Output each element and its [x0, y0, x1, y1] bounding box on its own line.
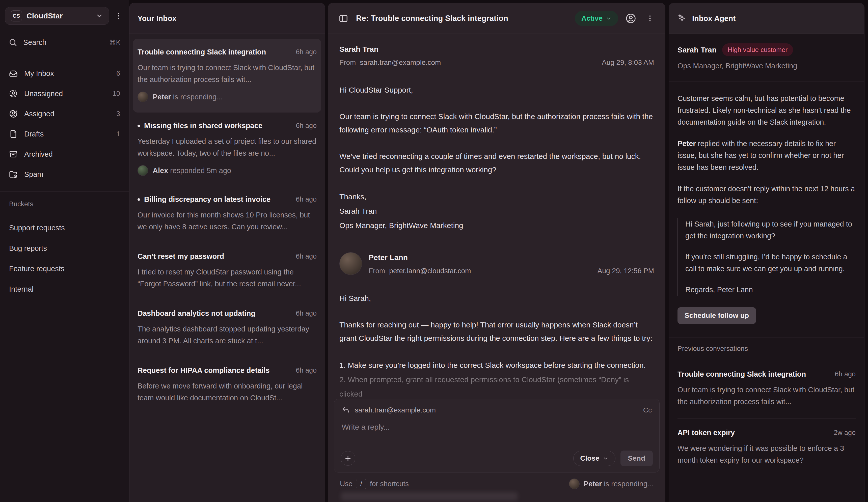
agent-analysis: Customer seems calm, but has potential t…: [669, 82, 864, 324]
unread-count: 3: [116, 110, 120, 118]
bucket-support-requests[interactable]: Support requests: [9, 218, 120, 238]
spam-folder-icon: [9, 170, 18, 179]
avatar-alex: [137, 165, 148, 176]
inbox-icon: [9, 69, 18, 78]
archive-box-icon: [9, 150, 18, 158]
bucket-internal[interactable]: Internal: [9, 279, 120, 300]
attach-plus-button[interactable]: [341, 451, 355, 466]
reply-composer: sarah.tran@example.com Cc Write a reply.…: [334, 399, 660, 472]
avatar-peter: [137, 92, 148, 102]
reply-to-address: sarah.tran@example.com: [355, 406, 638, 414]
list-item[interactable]: Missing files in shared workspace 6h ago…: [133, 113, 321, 186]
typing-indicator: Peter is responding...: [569, 479, 653, 489]
chevron-down-icon: [602, 455, 609, 461]
list-item[interactable]: Trouble connecting Slack integration 6h …: [133, 39, 321, 112]
inbox-title: Your Inbox: [137, 14, 176, 23]
customer-summary: Sarah Tran High value customer Ops Manag…: [669, 34, 864, 82]
workspace-logo: CS: [11, 10, 22, 21]
close-dropdown-button[interactable]: Close: [573, 451, 615, 466]
slash-keycap: /: [356, 479, 366, 489]
sidebar-kebab-icon[interactable]: [113, 10, 124, 21]
sidebar-item-archived[interactable]: Archived: [4, 144, 125, 164]
buckets-section: Buckets Support requests Bug reports Fea…: [0, 192, 129, 300]
chevron-down-icon: [96, 12, 103, 20]
email-message: Peter Lann From peter.lann@cloudstar.com…: [339, 252, 654, 401]
avatar-peter: [569, 479, 580, 489]
sidebar: CS CloudStar Search ⌘K My I: [0, 0, 129, 502]
thread-panel: Re: Trouble connecting Slack integration…: [328, 3, 665, 502]
inbox-agent-panel: Inbox Agent Sarah Tran High value custom…: [669, 3, 865, 502]
suggested-followup: Hi Sarah, just following up to see if yo…: [678, 218, 856, 296]
assignee-user-icon[interactable]: [624, 12, 637, 25]
thread-scroll-area[interactable]: Sarah Tran From sarah.tran@example.com A…: [328, 34, 665, 502]
previous-conversations-section: Previous conversations Trouble connectin…: [669, 337, 864, 477]
sender-name: Sarah Tran: [339, 45, 654, 53]
high-value-badge: High value customer: [722, 43, 793, 56]
list-divider: [136, 414, 318, 414]
thread-subject: Re: Trouble connecting Slack integration: [356, 14, 569, 23]
list-item[interactable]: Billing discrepancy on latest invoice 6h…: [133, 186, 321, 243]
thread-kebab-icon[interactable]: [643, 12, 657, 25]
sidebar-item-drafts[interactable]: Drafts 1: [4, 124, 125, 144]
thread-header: Re: Trouble connecting Slack integration…: [328, 3, 665, 34]
sidebar-item-assigned[interactable]: Assigned 3: [4, 104, 125, 124]
previous-conversation[interactable]: Trouble connecting Slack integration 6h …: [669, 360, 864, 418]
sidebar-item-unassigned[interactable]: Unassigned 10: [4, 84, 125, 104]
list-item[interactable]: Dashboard analytics not updating 6h ago …: [133, 300, 321, 357]
unassigned-user-icon: [9, 89, 18, 98]
email-message: Sarah Tran From sarah.tran@example.com A…: [339, 45, 654, 233]
customer-role: Ops Manager, BrightWave Marketing: [678, 62, 856, 70]
send-button[interactable]: Send: [620, 451, 653, 466]
unread-dot: [137, 198, 140, 201]
previous-conversation[interactable]: API token expiry 2w ago We were wonderin…: [669, 418, 864, 477]
cc-button[interactable]: Cc: [643, 406, 652, 414]
previous-conversations-heading: Previous conversations: [669, 338, 864, 360]
sidebar-item-spam[interactable]: Spam: [4, 164, 125, 185]
workspace-name: CloudStar: [27, 12, 91, 20]
sender-name: Peter Lann: [369, 253, 654, 262]
sidebar-nav: My Inbox 6 Unassigned 10 Assigned 3: [0, 57, 129, 185]
chevron-down-icon: [606, 15, 612, 21]
agent-title: Inbox Agent: [692, 14, 735, 23]
conversation-list: Trouble connecting Slack integration 6h …: [130, 34, 325, 414]
bucket-feature-requests[interactable]: Feature requests: [9, 259, 120, 279]
draft-file-icon: [9, 130, 18, 138]
list-item[interactable]: Request for HIPAA compliance details 6h …: [133, 357, 321, 414]
blurred-scrolled-text: [341, 492, 517, 501]
customer-name: Sarah Tran: [678, 46, 716, 54]
sidebar-item-my-inbox[interactable]: My Inbox 6: [4, 63, 125, 84]
search-label: Search: [23, 38, 103, 47]
inbox-list-panel: Your Inbox Trouble connecting Slack inte…: [129, 3, 325, 502]
unread-dot: [137, 125, 140, 127]
assigned-user-icon: [9, 109, 18, 118]
composer-footer: Use / for shortcuts Peter is responding.…: [340, 479, 653, 489]
reply-input[interactable]: Write a reply...: [342, 423, 652, 431]
panel-toggle-icon[interactable]: [337, 12, 350, 25]
avatar-peter: [339, 252, 362, 275]
app-window: CS CloudStar Search ⌘K My I: [0, 0, 868, 502]
agent-header: Inbox Agent: [669, 3, 864, 34]
reply-icon: [342, 406, 350, 414]
unread-count: 6: [116, 70, 120, 77]
schedule-followup-button[interactable]: Schedule follow up: [678, 307, 756, 324]
sender-email: peter.lann@cloudstar.com: [389, 267, 593, 275]
unread-count: 1: [116, 130, 120, 138]
buckets-heading: Buckets: [9, 200, 120, 208]
inbox-list-header: Your Inbox: [130, 3, 325, 34]
message-timestamp: Aug 29, 8:03 AM: [602, 59, 654, 66]
list-item[interactable]: Can’t reset my password 6h ago I tried t…: [133, 243, 321, 300]
search-icon: [9, 38, 17, 47]
search-input[interactable]: Search ⌘K: [0, 35, 129, 50]
unread-count: 10: [113, 90, 120, 98]
bucket-bug-reports[interactable]: Bug reports: [9, 238, 120, 259]
message-timestamp: Aug 29, 12:56 PM: [598, 267, 654, 275]
workspace-switcher[interactable]: CS CloudStar: [5, 7, 109, 25]
sparkles-icon: [677, 13, 687, 23]
status-select[interactable]: Active: [575, 11, 618, 26]
sender-email: sarah.tran@example.com: [360, 59, 598, 66]
search-shortcut: ⌘K: [109, 39, 121, 46]
